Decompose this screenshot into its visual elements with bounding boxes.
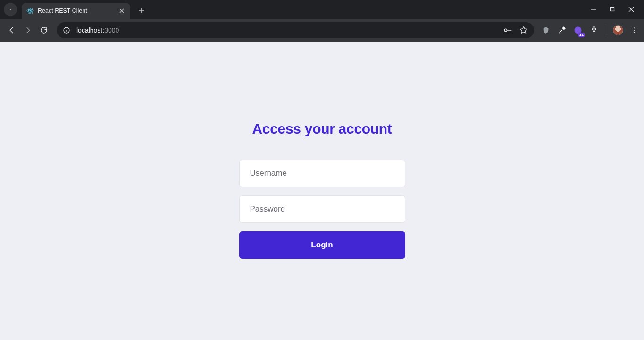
extension-adblock-icon[interactable] <box>540 24 552 36</box>
avatar-icon <box>613 25 623 35</box>
window-titlebar: React REST Client <box>0 0 644 19</box>
browser-menu-button[interactable] <box>628 24 640 36</box>
browser-toolbar: localhost:3000 11 <box>0 19 644 42</box>
profile-avatar[interactable] <box>612 24 624 36</box>
url-text: localhost:3000 <box>76 26 496 34</box>
extension-badge-count: 11 <box>578 33 585 37</box>
login-title: Access your account <box>252 121 392 137</box>
tab-search-button[interactable] <box>4 3 17 16</box>
site-info-icon[interactable] <box>62 26 71 34</box>
tab-close-button[interactable] <box>118 7 125 15</box>
svg-point-12 <box>634 32 635 33</box>
password-input[interactable] <box>239 196 405 223</box>
nav-back-button[interactable] <box>4 22 20 38</box>
svg-point-9 <box>504 29 507 31</box>
nav-forward-button[interactable] <box>20 22 36 38</box>
window-close-button[interactable] <box>627 5 636 14</box>
login-button[interactable]: Login <box>239 231 405 259</box>
username-input[interactable] <box>239 160 405 187</box>
extension-badge-icon[interactable]: 11 <box>572 24 584 36</box>
browser-tab-active[interactable]: React REST Client <box>22 3 130 19</box>
new-tab-button[interactable] <box>135 4 148 17</box>
toolbar-extensions: 11 <box>538 24 640 36</box>
login-form: Access your account Login <box>239 121 405 259</box>
extension-eyedropper-icon[interactable] <box>556 24 568 36</box>
window-maximize-button[interactable] <box>608 5 617 14</box>
svg-point-0 <box>30 10 31 12</box>
bookmark-star-icon[interactable] <box>519 26 528 35</box>
react-icon <box>26 7 34 15</box>
nav-reload-button[interactable] <box>36 22 52 38</box>
tab-title: React REST Client <box>38 8 118 14</box>
extensions-puzzle-icon[interactable] <box>588 24 600 36</box>
url-port: 3000 <box>104 26 119 34</box>
page-viewport: Access your account Login <box>0 42 644 340</box>
svg-point-11 <box>634 30 635 31</box>
address-bar[interactable]: localhost:3000 <box>57 22 534 38</box>
password-key-icon[interactable] <box>503 26 512 35</box>
window-controls <box>589 5 640 14</box>
window-minimize-button[interactable] <box>589 5 598 14</box>
url-host: localhost: <box>76 26 104 34</box>
toolbar-separator <box>606 26 606 35</box>
svg-point-10 <box>634 27 635 28</box>
